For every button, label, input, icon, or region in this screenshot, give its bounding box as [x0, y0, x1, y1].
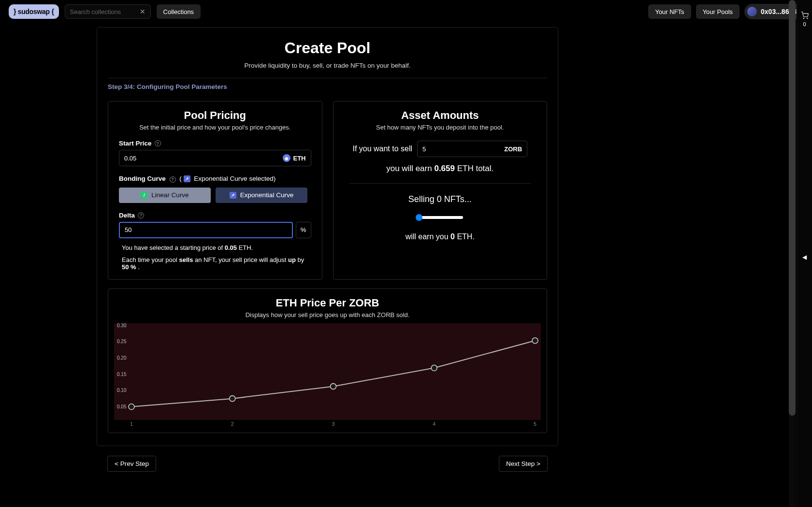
expand-cart-icon[interactable]: ◀ — [802, 254, 807, 261]
price-chart-card: ETH Price Per ZORB Displays how your sel… — [108, 289, 547, 433]
chart-ytick: 0.10 — [117, 388, 126, 393]
exponential-mini-icon: ↗ — [230, 192, 236, 199]
chart-xtick: 3 — [332, 421, 335, 427]
scrollbar-thumb[interactable] — [789, 0, 796, 416]
chart-subtitle: Displays how your sell price goes up wit… — [111, 311, 544, 319]
eth-icon: ◆ — [283, 154, 290, 162]
linear-curve-label: Linear Curve — [151, 191, 188, 199]
pricing-info-1: You have selected a starting price of 0.… — [119, 244, 311, 251]
wallet-avatar-icon — [747, 7, 757, 16]
chart-svg — [114, 323, 541, 420]
pool-pricing-subtitle: Set the initial price and how your pool'… — [119, 124, 311, 131]
sell-amount-input[interactable] — [422, 145, 504, 153]
divider — [349, 183, 532, 184]
paren: ( — [179, 175, 182, 182]
delta-unit: % — [296, 222, 311, 238]
help-icon[interactable]: ? — [155, 140, 161, 146]
linear-curve-toggle[interactable]: / Linear Curve — [119, 188, 211, 203]
help-icon[interactable]: ? — [170, 176, 176, 183]
pool-pricing-title: Pool Pricing — [119, 109, 311, 122]
sell-label: If you want to sell — [352, 145, 412, 153]
pool-pricing-card: Pool Pricing Set the initial price and h… — [108, 101, 322, 280]
chart-xtick: 4 — [433, 421, 435, 427]
page-subtitle: Provide liquidity to buy, sell, or trade… — [108, 62, 547, 69]
cart-count: 0 — [803, 21, 806, 27]
cart-sidebar[interactable]: 0 ◀ — [797, 0, 812, 507]
exponential-curve-label: Exponential Curve — [240, 191, 293, 199]
svg-point-6 — [807, 18, 807, 18]
bonding-selected-note: Exponential Curve selected — [194, 175, 273, 182]
create-pool-panel: Create Pool Provide liquidity to buy, se… — [97, 27, 558, 446]
chart-ytick: 0.05 — [117, 404, 126, 409]
search-input[interactable] — [70, 8, 140, 15]
step-indicator: Step 3/4: Configuring Pool Parameters — [108, 83, 547, 90]
your-pools-button[interactable]: Your Pools — [696, 4, 740, 19]
chart-ytick: 0.15 — [117, 371, 126, 377]
help-icon[interactable]: ? — [138, 212, 144, 218]
sell-token: ZORB — [504, 145, 522, 153]
chart-ytick: 0.25 — [117, 339, 126, 344]
delta-input-box[interactable] — [119, 222, 293, 238]
svg-point-2 — [331, 383, 336, 389]
svg-point-3 — [431, 365, 437, 371]
chart-xtick: 5 — [534, 421, 536, 427]
clear-search-icon[interactable]: ✕ — [140, 8, 145, 15]
search-collections-field[interactable]: ✕ — [65, 4, 151, 19]
asset-amounts-subtitle: Set how many NFTs you deposit into the p… — [344, 124, 536, 131]
sell-amount-input-box[interactable]: ZORB — [417, 141, 527, 157]
linear-mini-icon: / — [141, 192, 147, 199]
start-price-input-box[interactable]: ◆ ETH — [119, 150, 311, 166]
page-title: Create Pool — [108, 39, 547, 57]
chart-title: ETH Price Per ZORB — [111, 297, 544, 309]
divider — [108, 78, 547, 78]
your-nfts-button[interactable]: Your NFTs — [648, 4, 691, 19]
earn-total-line: you will earn 0.659 ETH total. — [344, 164, 536, 174]
svg-point-1 — [230, 395, 235, 401]
paren-close: ) — [274, 175, 276, 182]
sell-amount-slider[interactable] — [417, 216, 463, 219]
start-price-input[interactable] — [124, 155, 283, 162]
exponential-curve-toggle[interactable]: ↗ Exponential Curve — [216, 188, 307, 203]
start-price-label: Start Price — [119, 140, 152, 147]
prev-step-button[interactable]: < Prev Step — [107, 456, 156, 472]
asset-amounts-card: Asset Amounts Set how many NFTs you depo… — [333, 101, 548, 280]
sudoswap-logo[interactable]: } sudoswap { — [9, 4, 59, 19]
collections-button[interactable]: Collections — [157, 4, 201, 19]
svg-point-4 — [532, 337, 538, 343]
chart-xtick: 2 — [231, 421, 234, 427]
start-price-currency: ETH — [293, 155, 306, 162]
chart-ytick: 0.30 — [117, 322, 126, 328]
exponential-mini-icon: ↗ — [184, 175, 190, 182]
delta-label: Delta — [119, 212, 135, 219]
app-header: } sudoswap { ✕ Collections Your NFTs You… — [0, 0, 812, 23]
delta-input[interactable] — [125, 226, 287, 233]
cart-icon[interactable] — [801, 12, 809, 19]
will-earn-line: will earn you 0 ETH. — [344, 232, 536, 241]
asset-amounts-title: Asset Amounts — [344, 109, 536, 122]
chart-ytick: 0.20 — [117, 355, 126, 360]
price-chart: 0.050.100.150.200.250.3012345 — [114, 323, 541, 420]
slider-thumb[interactable] — [416, 214, 422, 221]
svg-point-0 — [129, 404, 134, 409]
bonding-curve-label: Bonding Curve — [119, 175, 166, 182]
chart-xtick: 1 — [130, 421, 133, 427]
next-step-button[interactable]: Next Step > — [499, 456, 548, 472]
selling-line: Selling 0 NFTs... — [344, 194, 536, 204]
pricing-info-2: Each time your pool sells an NFT, your s… — [119, 256, 311, 271]
svg-point-5 — [803, 18, 804, 18]
